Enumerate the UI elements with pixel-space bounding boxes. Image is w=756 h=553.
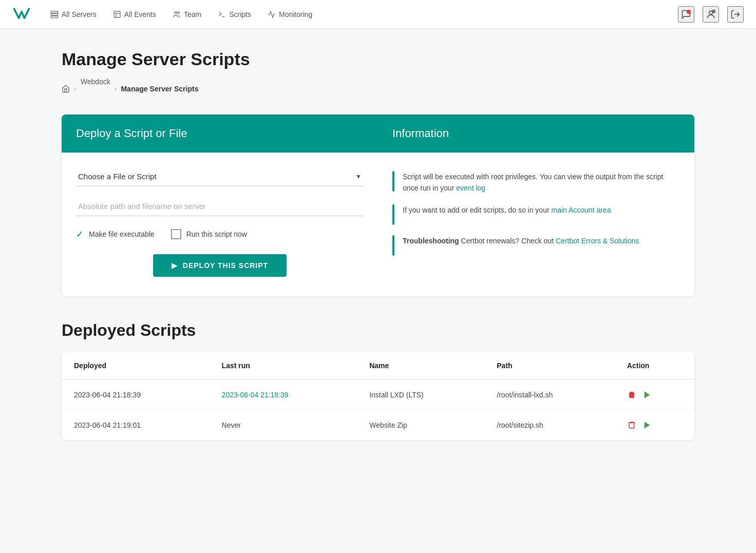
cell-name-2: Website Zip bbox=[357, 410, 484, 441]
checkmark-icon: ✓ bbox=[76, 228, 84, 240]
info-panel-body: Script will be executed with root privil… bbox=[378, 152, 694, 296]
run-button-2[interactable] bbox=[642, 421, 652, 430]
info-panel-header: Information bbox=[378, 115, 694, 152]
path-input[interactable] bbox=[76, 197, 364, 216]
monitoring-icon bbox=[268, 10, 276, 18]
logo[interactable] bbox=[12, 5, 31, 24]
cell-deployed-2: 2023-06-04 21:19:01 bbox=[62, 410, 210, 441]
delete-button-2[interactable] bbox=[627, 421, 636, 430]
troubleshooting-label: Troubleshooting bbox=[403, 237, 459, 245]
make-executable-checkbox[interactable]: ✓ Make file executable bbox=[76, 228, 155, 240]
navbar: All Servers All Events Team Scripts Moni… bbox=[0, 0, 756, 29]
table-row: 2023-06-04 21:19:01 Never Website Zip /r… bbox=[62, 410, 694, 441]
deployed-scripts-table-container: Deployed Last run Name Path Action 2023-… bbox=[62, 352, 694, 440]
page-title: Manage Server Scripts bbox=[62, 49, 694, 69]
col-deployed: Deployed bbox=[62, 352, 210, 379]
col-action: Action bbox=[615, 352, 694, 379]
svg-rect-3 bbox=[114, 11, 120, 17]
panels-container: Deploy a Script or File Choose a File or… bbox=[62, 115, 694, 296]
deployed-scripts-title: Deployed Scripts bbox=[62, 321, 694, 340]
cell-name-1: Install LXD (LTS) bbox=[357, 379, 484, 410]
col-path: Path bbox=[484, 352, 615, 379]
deploy-panel: Deploy a Script or File Choose a File or… bbox=[62, 115, 378, 296]
nav-team[interactable]: Team bbox=[165, 7, 209, 22]
event-log-link[interactable]: event log bbox=[456, 184, 485, 192]
team-icon bbox=[173, 10, 181, 18]
action-buttons-2 bbox=[627, 421, 682, 430]
breadcrumb-current: Manage Server Scripts bbox=[121, 85, 198, 93]
action-buttons-1 bbox=[627, 390, 682, 399]
info-bar-2 bbox=[392, 204, 394, 225]
deploy-btn-wrap: ▶ DEPLOY THIS SCRIPT bbox=[76, 254, 364, 277]
delete-button-1[interactable] bbox=[627, 390, 636, 399]
certbot-errors-link[interactable]: Certbot Errors & Solutions bbox=[556, 237, 639, 245]
info-item-3: Troubleshooting Certbot renewals? Check … bbox=[392, 235, 680, 256]
nav-right-icons bbox=[678, 6, 744, 23]
cell-path-1: /root/install-lxd.sh bbox=[484, 379, 615, 410]
servers-icon bbox=[50, 10, 59, 18]
svg-point-11 bbox=[712, 10, 715, 12]
info-text-3: Troubleshooting Certbot renewals? Check … bbox=[403, 235, 639, 246]
table-header-row: Deployed Last run Name Path Action bbox=[62, 352, 694, 379]
checkboxes: ✓ Make file executable Run this script n… bbox=[76, 228, 364, 240]
file-or-script-select[interactable]: Choose a File or Script bbox=[76, 167, 364, 186]
deploy-button[interactable]: ▶ DEPLOY THIS SCRIPT bbox=[153, 254, 287, 277]
breadcrumb-parent[interactable]: Webdock bbox=[81, 78, 110, 86]
svg-marker-13 bbox=[645, 391, 650, 398]
info-item-2: If you want to add or edit scripts, do s… bbox=[392, 204, 680, 225]
info-text-2: If you want to add or edit scripts, do s… bbox=[403, 204, 611, 216]
info-bar-3 bbox=[392, 235, 394, 256]
last-run-link-1[interactable]: 2023-06-04 21:18:39 bbox=[222, 391, 289, 399]
file-select-wrapper: Choose a File or Script ▼ bbox=[76, 167, 364, 186]
info-bar-1 bbox=[392, 171, 394, 192]
svg-rect-2 bbox=[51, 16, 58, 17]
svg-point-9 bbox=[687, 9, 691, 13]
table-row: 2023-06-04 21:18:39 2023-06-04 21:18:39 … bbox=[62, 379, 694, 410]
svg-point-10 bbox=[709, 11, 713, 14]
cell-last-run-1: 2023-06-04 21:18:39 bbox=[210, 379, 357, 410]
breadcrumb: › Webdock › Manage Server Scripts bbox=[62, 78, 694, 100]
col-name: Name bbox=[357, 352, 484, 379]
info-text-1: Script will be executed with root privil… bbox=[403, 171, 680, 194]
cell-last-run-2: Never bbox=[210, 410, 357, 441]
run-button-1[interactable] bbox=[642, 390, 652, 399]
cell-deployed-1: 2023-06-04 21:18:39 bbox=[62, 379, 210, 410]
breadcrumb-sep-1: › bbox=[74, 85, 77, 93]
scripts-icon bbox=[218, 10, 226, 18]
breadcrumb-home-icon[interactable] bbox=[62, 85, 70, 93]
nav-scripts[interactable]: Scripts bbox=[211, 7, 258, 22]
notifications-button[interactable] bbox=[678, 6, 694, 23]
deploy-panel-header: Deploy a Script or File bbox=[62, 115, 378, 152]
info-items: Script will be executed with root privil… bbox=[392, 167, 680, 256]
deploy-panel-body: Choose a File or Script ▼ ✓ Make file ex… bbox=[62, 152, 378, 296]
user-settings-button[interactable] bbox=[703, 6, 719, 23]
events-icon bbox=[113, 10, 121, 18]
main-content: Manage Server Scripts › Webdock › Manage… bbox=[49, 29, 707, 461]
cell-action-2 bbox=[615, 410, 694, 441]
main-account-link[interactable]: main Account area bbox=[551, 206, 611, 214]
info-panel: Information Script will be executed with… bbox=[378, 115, 694, 296]
run-now-checkbox[interactable]: Run this script now bbox=[171, 229, 247, 239]
nav-all-servers[interactable]: All Servers bbox=[43, 7, 104, 22]
svg-point-6 bbox=[175, 11, 177, 13]
logout-button[interactable] bbox=[727, 6, 744, 23]
col-last-run: Last run bbox=[210, 352, 357, 379]
cell-action-1 bbox=[615, 379, 694, 410]
svg-rect-0 bbox=[51, 11, 58, 13]
svg-marker-14 bbox=[645, 422, 650, 429]
nav-all-events[interactable]: All Events bbox=[106, 7, 163, 22]
checkbox-box bbox=[171, 229, 181, 239]
svg-rect-1 bbox=[51, 13, 58, 15]
svg-point-7 bbox=[177, 11, 179, 13]
breadcrumb-sep-2: › bbox=[115, 85, 117, 93]
info-item-1: Script will be executed with root privil… bbox=[392, 171, 680, 194]
deploy-arrow-icon: ▶ bbox=[172, 261, 178, 270]
deployed-scripts-table: Deployed Last run Name Path Action 2023-… bbox=[62, 352, 694, 440]
nav-items: All Servers All Events Team Scripts Moni… bbox=[43, 7, 674, 22]
nav-monitoring[interactable]: Monitoring bbox=[260, 7, 319, 22]
cell-path-2: /root/sitezip.sh bbox=[484, 410, 615, 441]
